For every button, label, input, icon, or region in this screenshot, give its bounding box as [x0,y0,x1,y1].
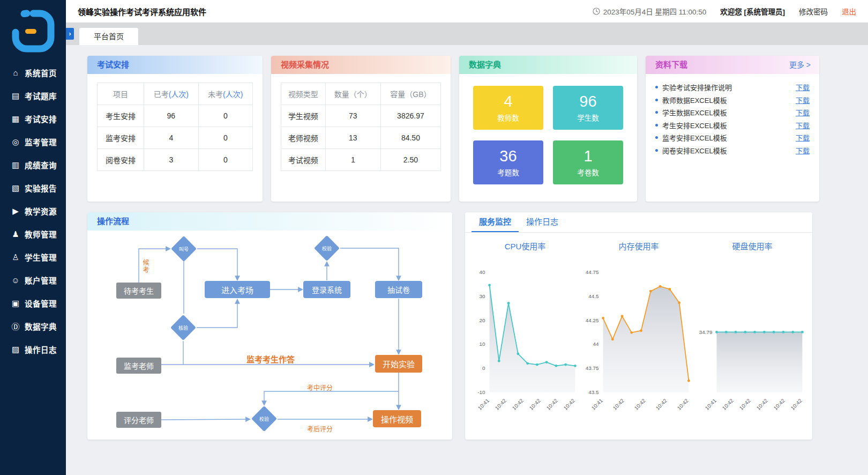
flow-label-mid-scoring: 考中评分 [307,383,333,392]
col-todo-text: 未考 [208,90,223,99]
col-header-video-type: 视频类型 [281,83,326,105]
sidebar-item-invigilation[interactable]: ◎监考管理 [0,130,66,153]
svg-text:44.25: 44.25 [586,317,599,323]
svg-text:40: 40 [479,269,485,275]
sidebar-item-score-query[interactable]: ▥成绩查询 [0,153,66,176]
datetime: 2023年05月4日 星期四 11:00:50 [593,6,707,17]
video-type: 老师视频 [281,127,326,149]
sidebar-item-student-management[interactable]: ♙学生管理 [0,246,66,269]
flowchart: 待考考生 叫号 候考 进入考场 登录系统 校验 抽试卷 核验 监考老师 监考考生… [87,231,452,440]
svg-text:43.75: 43.75 [586,365,599,371]
monitor-tabs: 服务监控 操作日志 [465,212,812,233]
video-size: 84.50 [380,127,440,149]
diamond-label: 校验 [318,239,336,257]
sidebar-item-label: 账户管理 [25,274,57,286]
download-link[interactable]: 下载 [796,145,810,155]
page-title: 领峰实验操作考试考评系统应用软件 [78,6,206,17]
disk-usage-plot: 34.7910:4110:4210:4210:4210:4210:42 [695,251,809,436]
done-count[interactable]: 3 [144,149,198,171]
tab-strip: › 平台首页 [66,23,868,45]
todo-count: 0 [198,127,252,149]
svg-text:10:42: 10:42 [494,398,507,411]
flow-label-invigilate-answer: 监考考生作答 [246,353,295,365]
table-row: 老师视频 13 84.50 [281,127,441,149]
svg-text:0: 0 [482,365,485,371]
svg-text:30: 30 [479,293,485,299]
logout-link[interactable]: 退出 [842,6,856,17]
memory-usage-chart: 内存使用率 44.7544.544.254443.7543.510:4110:4… [582,236,695,438]
data-dictionary-icon: Ⓓ [10,321,21,332]
todo-count: 0 [198,149,252,171]
exam-arrangement-card: 考试安排 项目 已考(人次) 未考(人次) 考生安排 96 0 [87,56,263,202]
done-count[interactable]: 4 [144,127,198,149]
svg-text:10:41: 10:41 [704,397,718,411]
svg-text:10:42: 10:42 [511,398,525,411]
col-header-count: 数量（个） [325,83,380,105]
table-row: 考试视频 1 2.50 [281,149,441,171]
sidebar-item-label: 设备管理 [25,298,57,309]
svg-text:10:42: 10:42 [563,398,576,411]
sidebar-item-home[interactable]: ⌂系统首页 [0,61,66,84]
flow-node-draw-paper: 抽试卷 [375,281,422,298]
sidebar-item-label: 考试安排 [25,113,57,124]
list-item: 教师数据EXCEL模板下载 [655,94,810,107]
svg-text:10:41: 10:41 [590,397,604,411]
svg-text:10:42: 10:42 [738,398,752,411]
download-link[interactable]: 下载 [796,107,810,117]
student-management-icon: ♙ [10,253,21,262]
tab-service-monitor[interactable]: 服务监控 [472,212,519,232]
sidebar-item-teacher-management[interactable]: ♟教师管理 [0,222,66,246]
table-row: 学生视频 73 3826.97 [281,105,441,127]
download-link[interactable]: 下载 [796,95,810,105]
sidebar-item-label: 操作日志 [25,344,57,355]
list-item: 学生数据EXCEL模板下载 [655,106,810,119]
more-link[interactable]: 更多 > [789,56,811,74]
tile-label: 考卷数 [577,167,599,177]
download-item-name: 教师数据EXCEL模板 [662,95,796,105]
exam-schedule-icon: ▦ [10,114,21,124]
exam-card-title: 考试安排 [87,56,263,74]
sidebar-item-label: 教学资源 [25,205,57,217]
svg-text:44.75: 44.75 [586,269,599,275]
download-item-name: 监考安排EXCEL模板 [662,132,796,143]
download-link[interactable]: 下载 [796,120,810,130]
sidebar-item-label: 监考管理 [25,136,57,147]
diamond-label: 叫号 [175,240,193,258]
sidebar-item-operation-log[interactable]: ▨操作日志 [0,338,66,361]
change-password-link[interactable]: 修改密码 [799,6,828,17]
sidebar-item-lab-report[interactable]: ▧实验报告 [0,176,66,199]
chart-title: 硬盘使用率 [695,240,809,251]
svg-text:10:42: 10:42 [721,398,735,411]
tab-operation-log[interactable]: 操作日志 [519,212,566,232]
bullet-icon [655,124,658,127]
teacher-count-tile: 4 教师数 [473,86,543,130]
tab-platform-home[interactable]: 平台首页 [79,28,138,45]
topbar: 领峰实验操作考试考评系统应用软件 2023年05月4日 星期四 11:00:50… [66,0,868,23]
flow-node-call-number: 叫号 [171,236,197,262]
done-count[interactable]: 96 [144,105,198,127]
sidebar-collapse-button[interactable]: › [66,28,74,40]
sidebar-item-data-dictionary[interactable]: Ⓓ数据字典 [0,315,66,338]
sidebar-item-exam-schedule[interactable]: ▦考试安排 [0,107,66,130]
tile-value: 36 [499,147,517,165]
chart-title: CPU使用率 [468,240,582,251]
cpu-usage-plot: 403020100-1010:4110:4210:4210:4210:4210:… [468,251,582,436]
cpu-usage-chart: CPU使用率 403020100-1010:4110:4210:4210:421… [468,236,582,438]
sidebar-item-device-management[interactable]: ▣设备管理 [0,292,66,315]
bullet-icon [655,136,658,139]
download-link[interactable]: 下载 [796,132,810,143]
service-monitor-card: 服务监控 操作日志 CPU使用率 403020100-1010:4110:421… [465,212,812,440]
data-dictionary-card: 数据字典 4 教师数 96 学生数 36 考题数 [459,56,637,202]
list-item: 实验考试安排操作说明下载 [655,81,810,94]
sidebar-item-question-bank[interactable]: ▤考试题库 [0,84,66,107]
download-link[interactable]: 下载 [796,82,810,92]
flow-card-title: 操作流程 [87,212,452,231]
col-header-done: 已考(人次) [144,83,198,105]
video-count: 1 [325,149,380,171]
sidebar-item-teaching-resource[interactable]: ▶教学资源 [0,199,66,222]
teacher-management-icon: ♟ [10,229,21,239]
bullet-icon [655,111,658,114]
svg-text:10:42: 10:42 [773,398,786,411]
tile-label: 学生数 [577,112,599,123]
sidebar-item-account-management[interactable]: ☺账户管理 [0,269,66,292]
